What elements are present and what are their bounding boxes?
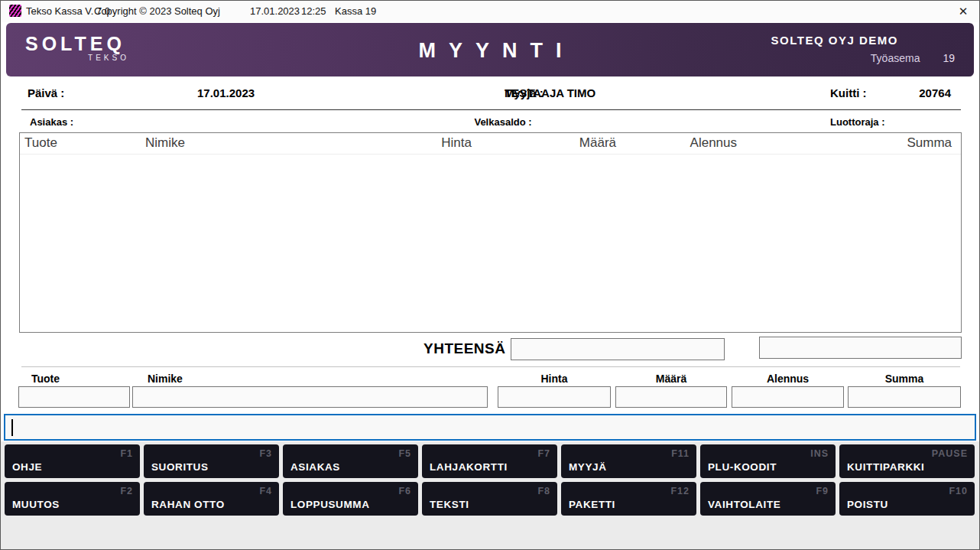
f6-key-label: F6 — [398, 486, 411, 496]
command-input[interactable] — [4, 414, 976, 441]
loppusumma-button[interactable]: LOPPUSUMMA F6 — [283, 482, 418, 516]
f8-key-label: F8 — [537, 486, 550, 496]
column-header-tuote: Tuote — [24, 135, 145, 151]
close-icon[interactable]: ✕ — [955, 4, 972, 19]
column-header-nimike: Nimike — [145, 135, 375, 151]
copyright-text: Copyright © 2023 Solteq Oyj — [94, 5, 220, 17]
company-name: SOLTEQ OYJ DEMO — [771, 34, 898, 47]
app-icon — [9, 5, 21, 17]
hinta-input[interactable] — [498, 386, 611, 408]
f11-key-label: F11 — [671, 448, 690, 459]
alennus-input[interactable] — [732, 386, 844, 408]
ohje-button[interactable]: OHJE F1 — [5, 444, 140, 478]
sale-lines-table: Tuote Nimike Hinta Määrä Alennus Summa — [19, 132, 962, 333]
maara-input[interactable] — [615, 386, 727, 408]
app-header: SOLTEQ TEKSO MYYNTI SOLTEQ OYJ DEMO Työa… — [6, 23, 974, 76]
entry-label-maara: Määrä — [615, 373, 727, 385]
entry-label-nimike: Nimike — [148, 373, 183, 385]
f9-key-label: F9 — [816, 486, 829, 496]
workstation-value: 19 — [943, 52, 955, 64]
column-header-summa: Summa — [737, 135, 952, 151]
separator-line-light — [21, 366, 960, 367]
debt-balance-label: Velkasaldo : — [474, 116, 531, 128]
column-header-hinta: Hinta — [375, 135, 472, 151]
entry-label-summa: Summa — [848, 373, 961, 385]
function-key-grid: OHJE F1 SUORITUS F3 ASIAKAS F5 LAHJAKORT… — [5, 444, 975, 516]
rahan-otto-button[interactable]: RAHAN OTTO F4 — [144, 482, 279, 516]
text-caret — [11, 419, 13, 436]
receipt-label: Kuitti : — [830, 86, 866, 99]
lahjakortti-button[interactable]: LAHJAKORTTI F7 — [422, 444, 557, 478]
column-header-alennus: Alennus — [616, 135, 737, 151]
f4-key-label: F4 — [259, 486, 272, 496]
register-label: Kassa 19 — [335, 5, 376, 17]
asiakas-button[interactable]: ASIAKAS F5 — [283, 444, 418, 478]
f2-key-label: F2 — [120, 486, 133, 496]
myyja-button[interactable]: MYYJÄ F11 — [561, 444, 696, 478]
app-window: Tekso Kassa V. 7.0 Copyright © 2023 Solt… — [0, 0, 980, 550]
f3-key-label: F3 — [259, 448, 272, 459]
f10-key-label: F10 — [949, 486, 968, 496]
seller-value: TESTAAJA TIMO — [505, 86, 595, 99]
titlebar-time: 12:25 — [301, 5, 326, 17]
date-value: 17.01.2023 — [197, 86, 255, 99]
vaihtolaite-button[interactable]: VAIHTOLAITE F9 — [700, 482, 836, 516]
separator-line — [21, 109, 961, 110]
credit-limit-label: Luottoraja : — [830, 116, 885, 128]
tuote-input[interactable] — [18, 386, 130, 408]
muutos-button[interactable]: MUUTOS F2 — [5, 482, 140, 516]
suoritus-button[interactable]: SUORITUS F3 — [144, 444, 279, 478]
entry-label-alennus: Alennus — [732, 373, 844, 385]
pause-key-label: PAUSE — [932, 448, 968, 459]
titlebar: Tekso Kassa V. 7.0 Copyright © 2023 Solt… — [1, 1, 979, 22]
workstation-label: Työasema — [871, 52, 920, 64]
nimike-input[interactable] — [132, 386, 488, 408]
kuittiparkki-button[interactable]: KUITTIPARKKI PAUSE — [839, 444, 975, 478]
total-label: YHTEENSÄ — [423, 340, 505, 357]
workstation-line: Työasema19 — [871, 52, 955, 64]
column-header-maara: Määrä — [472, 135, 616, 151]
f5-key-label: F5 — [398, 448, 411, 459]
date-label: Päivä : — [28, 86, 64, 99]
secondary-total-field[interactable] — [759, 337, 962, 359]
f12-key-label: F12 — [670, 486, 690, 496]
paketti-button[interactable]: PAKETTI F12 — [561, 482, 696, 516]
receipt-number: 20764 — [919, 86, 951, 99]
ins-key-label: INS — [810, 448, 829, 459]
function-key-area: OHJE F1 SUORITUS F3 ASIAKAS F5 LAHJAKORT… — [1, 441, 979, 549]
entry-label-tuote: Tuote — [31, 373, 60, 385]
f7-key-label: F7 — [537, 448, 550, 459]
customer-label: Asiakas : — [30, 116, 73, 128]
summa-input[interactable] — [848, 386, 961, 408]
plu-koodit-button[interactable]: PLU-KOODIT INS — [700, 444, 836, 478]
entry-label-hinta: Hinta — [498, 373, 611, 385]
f1-key-label: F1 — [120, 448, 133, 459]
poistu-button[interactable]: POISTU F10 — [839, 482, 975, 516]
total-amount-field[interactable] — [511, 338, 725, 360]
teksti-button[interactable]: TEKSTI F8 — [422, 482, 557, 516]
titlebar-date: 17.01.2023 — [250, 5, 300, 17]
table-header-row: Tuote Nimike Hinta Määrä Alennus Summa — [20, 133, 961, 155]
